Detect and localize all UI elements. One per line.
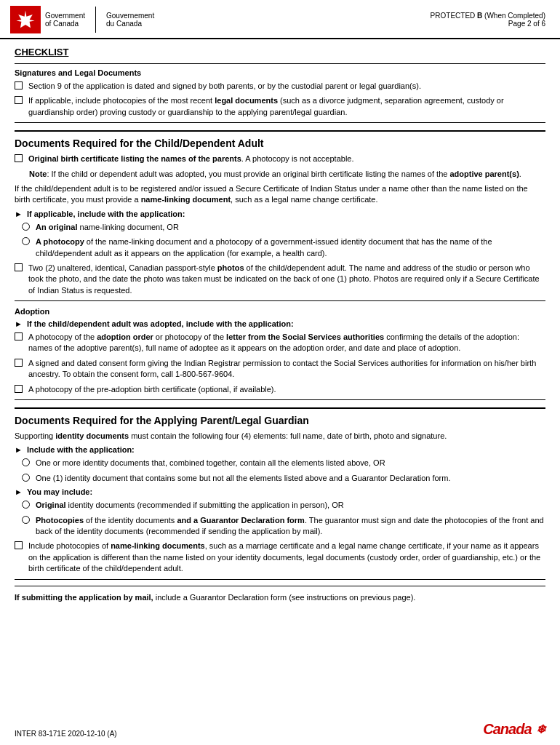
arrow-icon-2: ► (15, 319, 23, 328)
final-note: If submitting the application by mail, i… (15, 586, 545, 603)
checkbox-adoption-1[interactable] (15, 332, 23, 340)
checkbox-item-2: If applicable, include photocopies of th… (15, 95, 545, 118)
radio-parent-2[interactable] (22, 474, 30, 482)
canada-wordmark: Canada ❄ (483, 721, 545, 738)
radio-item-2: A photocopy of the name-linking document… (22, 236, 545, 259)
radio-item-parent-3: Original identity documents (recommended… (22, 500, 545, 511)
checkbox-1[interactable] (15, 81, 23, 89)
header-right: PROTECTED B (When Completed) Page 2 of 6 (431, 12, 545, 28)
arrow-icon-3: ► (15, 445, 23, 454)
radio-parent-3[interactable] (22, 501, 30, 509)
checkbox-3[interactable] (15, 154, 23, 162)
radio-item-parent-4: Photocopies of the identity documents an… (22, 515, 545, 538)
checkbox-item-photos: Two (2) unaltered, identical, Canadian p… (15, 263, 545, 296)
radio-text-parent-1: One or more identity documents that, com… (36, 458, 385, 469)
section-adoption-label: Adoption (15, 307, 545, 316)
radio-text-2: A photocopy of the name-linking document… (36, 236, 545, 259)
arrow-icon-1: ► (15, 210, 23, 218)
maple-leaf-icon (15, 9, 36, 30)
checkbox-2[interactable] (15, 96, 23, 104)
page-footer: INTER 83-171E 2020-12-10 (A) Canada ❄ (15, 721, 545, 738)
radio-item-parent-1: One or more identity documents that, com… (22, 458, 545, 469)
header-divider (95, 7, 96, 33)
radio-parent-4[interactable] (22, 516, 30, 524)
body-text-1: If the child/dependent adult is to be re… (15, 183, 545, 206)
checkbox-adoption-3[interactable] (15, 385, 23, 393)
checkbox-item-namelink: Include photocopies of name-linking docu… (15, 541, 545, 574)
maple-leaf-flag (10, 6, 41, 33)
header-left: Government of Canada Gouvernement du Can… (10, 6, 154, 33)
checkbox-text-3: Original birth certificate listing the n… (28, 154, 354, 164)
canada-logo: Government of Canada Gouvernement du Can… (10, 6, 154, 33)
radio-item-1: An original name-linking document, OR (22, 222, 545, 233)
page-number: Page 2 of 6 (431, 20, 545, 28)
checkbox-item-1: Section 9 of the application is dated an… (15, 81, 545, 92)
checkbox-text-adoption-3: A photocopy of the pre-adoption birth ce… (28, 384, 276, 395)
checkbox-text-2: If applicable, include photocopies of th… (28, 95, 545, 118)
gov-text-en: Government of Canada (45, 12, 85, 28)
radio-2[interactable] (22, 237, 30, 245)
divider-1 (15, 63, 545, 64)
checkbox-adoption-2[interactable] (15, 359, 23, 367)
divider-4 (15, 399, 545, 400)
checkbox-text-adoption-2: A signed and dated consent form giving t… (28, 358, 545, 381)
radio-1[interactable] (22, 223, 30, 231)
radio-text-1: An original name-linking document, OR (36, 222, 179, 233)
section-parent-header: Documents Required for the Applying Pare… (15, 407, 545, 426)
section-signatures-header: Signatures and Legal Documents (15, 68, 545, 77)
checkbox-text-1: Section 9 of the application is dated an… (28, 81, 421, 92)
checkbox-item-adoption-3: A photocopy of the pre-adoption birth ce… (15, 384, 545, 395)
radio-text-parent-3: Original identity documents (recommended… (36, 500, 344, 511)
checkbox-photos[interactable] (15, 263, 23, 271)
gov-text-fr: Gouvernement du Canada (106, 12, 154, 28)
arrow-icon-4: ► (15, 487, 23, 496)
parent-intro: Supporting identity documents must conta… (15, 431, 545, 442)
protected-label: PROTECTED B (When Completed) (431, 12, 545, 20)
divider-3 (15, 300, 545, 301)
arrow-may: ► You may include: (15, 487, 545, 496)
radio-text-parent-2: One (1) identity document that contains … (36, 473, 450, 484)
page-header: Government of Canada Gouvernement du Can… (0, 0, 560, 39)
page-title: CHECKLIST (15, 47, 545, 57)
radio-item-parent-2: One (1) identity document that contains … (22, 473, 545, 484)
radio-text-parent-4: Photocopies of the identity documents an… (36, 515, 545, 538)
checkbox-item-adoption-1: A photocopy of the adoption order or pho… (15, 332, 545, 354)
page: Government of Canada Gouvernement du Can… (0, 0, 560, 745)
arrow-adoption: ► If the child/dependent adult was adopt… (15, 319, 545, 328)
section-child-header: Documents Required for the Child/Depende… (15, 130, 545, 149)
divider-5 (15, 579, 545, 580)
checkbox-item-3: Original birth certificate listing the n… (15, 154, 545, 164)
form-number: INTER 83-171E 2020-12-10 (A) (15, 730, 117, 738)
checkbox-text-photos: Two (2) unaltered, identical, Canadian p… (28, 263, 545, 296)
arrow-include-app: ► If applicable, include with the applic… (15, 210, 545, 218)
checkbox-text-namelink: Include photocopies of name-linking docu… (28, 541, 545, 574)
checkbox-namelink[interactable] (15, 541, 23, 549)
checkbox-item-adoption-2: A signed and dated consent form giving t… (15, 358, 545, 381)
checkbox-text-adoption-1: A photocopy of the adoption order or pho… (28, 332, 545, 354)
arrow-include: ► Include with the application: (15, 445, 545, 454)
page-content: CHECKLIST Signatures and Legal Documents… (0, 39, 560, 618)
divider-2 (15, 122, 545, 123)
radio-parent-1[interactable] (22, 458, 30, 466)
note-block: Note: If the child or dependent adult wa… (29, 169, 545, 180)
